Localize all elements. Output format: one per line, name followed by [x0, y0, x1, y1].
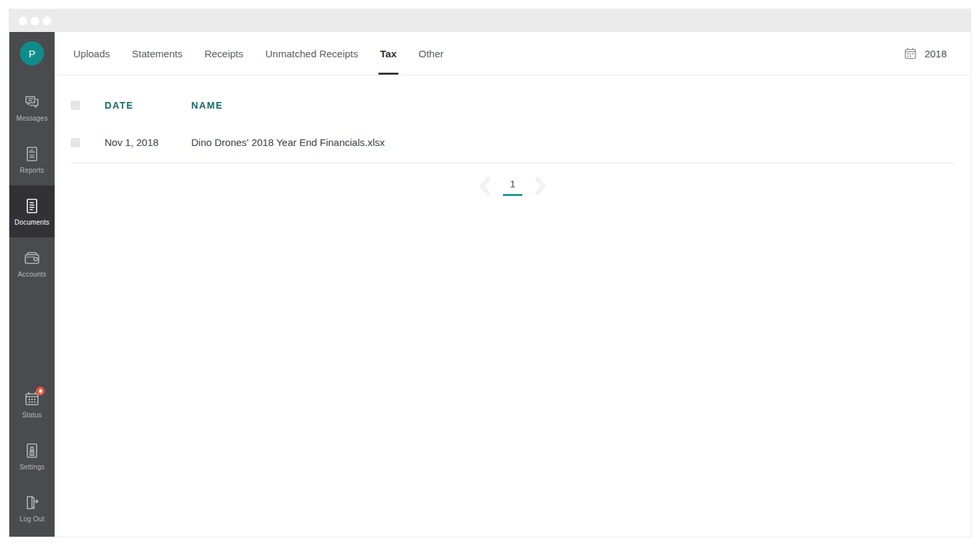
- sidebar-item-reports[interactable]: Reports: [9, 133, 55, 185]
- status-calendar-icon: [23, 389, 41, 408]
- row-file-name[interactable]: Dino Drones' 2018 Year End Financials.xl…: [191, 137, 955, 148]
- messages-icon: [23, 93, 41, 111]
- year-filter-value: 2018: [925, 48, 947, 59]
- column-header-name[interactable]: NAME: [191, 100, 955, 111]
- window-control-minimize[interactable]: [31, 17, 39, 25]
- reports-icon: [23, 145, 41, 163]
- sidebar-item-label: Documents: [15, 219, 49, 226]
- table-row[interactable]: Nov 1, 2018 Dino Drones' 2018 Year End F…: [71, 122, 955, 163]
- documents-table: DATE NAME Nov 1, 2018 Dino Drones' 2018 …: [55, 75, 971, 163]
- tab-bar: Uploads Statements Receipts Unmatched Re…: [55, 32, 971, 75]
- notification-badge-bell-icon: [36, 387, 45, 395]
- tab-uploads[interactable]: Uploads: [72, 32, 111, 75]
- documents-icon: [23, 197, 41, 215]
- logout-door-icon: [23, 493, 41, 512]
- sidebar-item-documents[interactable]: Documents: [9, 185, 55, 237]
- window-titlebar: [9, 9, 971, 32]
- sidebar-item-status[interactable]: Status: [9, 378, 55, 430]
- sidebar-item-logout[interactable]: Log Out: [9, 482, 55, 534]
- accounts-icon: [23, 249, 41, 267]
- sidebar-nav: P Messages: [9, 32, 55, 537]
- year-filter[interactable]: 2018: [903, 47, 947, 61]
- chevron-right-icon[interactable]: [532, 177, 547, 195]
- column-header-date[interactable]: DATE: [105, 100, 191, 111]
- tab-other[interactable]: Other: [417, 32, 445, 75]
- sidebar-item-label: Messages: [16, 115, 47, 122]
- sidebar-spacer: [9, 289, 55, 378]
- pagination: 1: [55, 175, 971, 196]
- sidebar-item-label: Log Out: [20, 515, 45, 523]
- calendar-icon: [903, 47, 917, 61]
- sidebar-item-label: Reports: [20, 167, 44, 174]
- main-content: Uploads Statements Receipts Unmatched Re…: [55, 32, 971, 537]
- app-window: P Messages: [9, 9, 971, 537]
- tab-tax[interactable]: Tax: [379, 32, 398, 75]
- tab-unmatched-receipts[interactable]: Unmatched Receipts: [264, 32, 359, 75]
- settings-id-card-icon: [23, 441, 41, 460]
- window-control-zoom[interactable]: [43, 17, 51, 25]
- table-header-row: DATE NAME: [71, 89, 955, 122]
- sidebar-item-accounts[interactable]: Accounts: [9, 237, 55, 289]
- tab-receipts[interactable]: Receipts: [203, 32, 245, 75]
- sidebar-item-label: Status: [22, 411, 42, 419]
- tab-statements[interactable]: Statements: [131, 32, 184, 75]
- page-number-current[interactable]: 1: [503, 175, 522, 196]
- sidebar-item-label: Accounts: [18, 271, 47, 278]
- chevron-left-icon[interactable]: [478, 177, 493, 195]
- avatar[interactable]: P: [20, 41, 44, 65]
- window-control-close[interactable]: [19, 17, 27, 25]
- sidebar-item-label: Settings: [19, 463, 45, 471]
- row-date: Nov 1, 2018: [105, 137, 191, 148]
- sidebar-item-messages[interactable]: Messages: [9, 81, 55, 133]
- sidebar-item-settings[interactable]: Settings: [9, 430, 55, 482]
- select-all-checkbox[interactable]: [71, 101, 80, 110]
- row-checkbox[interactable]: [71, 138, 80, 147]
